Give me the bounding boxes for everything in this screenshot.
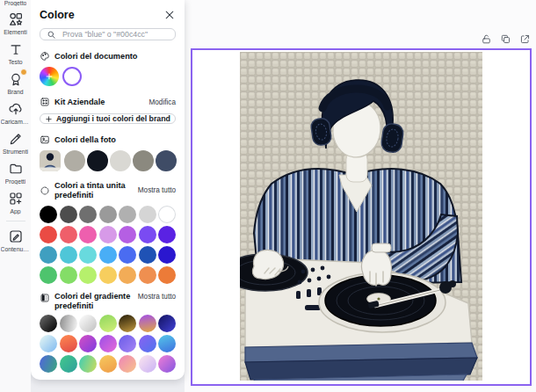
sidebar-item-elementi[interactable]: Elementi	[0, 11, 31, 35]
color-swatch[interactable]	[139, 206, 156, 223]
color-swatch[interactable]	[60, 206, 77, 223]
gradient-swatch[interactable]	[79, 315, 97, 332]
section-title: Colori della foto	[54, 135, 116, 145]
sidebar-item-label: Strumenti	[3, 149, 28, 155]
color-swatch[interactable]	[139, 246, 156, 264]
color-swatch[interactable]	[60, 226, 77, 243]
color-swatch[interactable]	[158, 226, 176, 243]
color-swatch[interactable]	[99, 266, 117, 284]
color-swatch[interactable]	[99, 246, 117, 264]
color-swatch[interactable]	[79, 266, 97, 284]
color-swatch[interactable]	[40, 246, 57, 264]
color-swatch[interactable]	[87, 150, 108, 171]
gradient-swatch[interactable]	[40, 335, 57, 352]
gradient-swatch[interactable]	[99, 355, 117, 373]
gradient-swatch[interactable]	[119, 335, 136, 352]
sidebar-item-progetto[interactable]: Progetto	[0, 0, 31, 6]
photo-source-thumbnail[interactable]	[40, 150, 61, 171]
design-page[interactable]	[191, 48, 532, 386]
color-swatch[interactable]	[119, 226, 136, 243]
gradient-swatch[interactable]	[139, 335, 156, 352]
editor-canvas-area	[185, 0, 536, 392]
color-swatch[interactable]	[99, 226, 117, 243]
gradient-icon	[40, 293, 50, 303]
color-swatch[interactable]	[40, 266, 57, 284]
gradient-swatch[interactable]	[119, 315, 136, 332]
sidebar-item-progetti[interactable]: Progetti	[0, 161, 31, 185]
sidebar-item-label: Progetti	[5, 178, 25, 185]
gradient-swatch[interactable]	[60, 315, 77, 332]
gradient-swatch[interactable]	[158, 315, 176, 332]
color-search-input[interactable]	[61, 29, 169, 40]
lock-icon[interactable]	[481, 33, 492, 45]
plus-icon	[45, 115, 53, 123]
document-color-swatch[interactable]	[62, 67, 82, 86]
show-all-gradient-link[interactable]: Mostra tutto	[138, 293, 176, 301]
photo-colors-row	[40, 150, 176, 171]
gradient-swatch[interactable]	[99, 315, 117, 332]
gradient-swatch[interactable]	[158, 335, 176, 352]
show-all-solid-link[interactable]: Mostra tutto	[138, 186, 176, 194]
color-swatch[interactable]	[40, 226, 57, 243]
color-swatch[interactable]	[64, 150, 85, 171]
color-swatch[interactable]	[79, 246, 97, 264]
gradient-swatch[interactable]	[60, 355, 77, 373]
sidebar-item-label: Caricamenti	[1, 119, 31, 125]
color-swatch[interactable]	[133, 150, 154, 171]
section-brand-kit: Kit Aziendale Modifica	[40, 97, 176, 107]
document-colors-icon	[40, 51, 50, 62]
sidebar-divider	[6, 221, 25, 221]
sidebar-item-app[interactable]: App	[0, 191, 31, 214]
close-icon[interactable]	[163, 9, 176, 21]
sidebar-item-strumenti[interactable]: Strumenti	[0, 131, 31, 155]
color-swatch[interactable]	[158, 246, 176, 264]
color-swatch[interactable]	[156, 150, 177, 171]
color-swatch[interactable]	[60, 266, 77, 284]
section-title: Colori a tinta unita predefiniti	[54, 181, 134, 200]
sidebar-item-caricamenti[interactable]: Caricamenti	[0, 101, 31, 125]
color-swatch[interactable]	[79, 206, 97, 223]
color-swatch[interactable]	[40, 206, 57, 223]
color-swatch[interactable]	[119, 246, 136, 264]
color-swatch[interactable]	[119, 266, 136, 284]
add-brand-colors-button[interactable]: Aggiungi i tuoi colori del brand	[40, 113, 176, 124]
add-color-icon	[40, 67, 59, 86]
add-color-button[interactable]	[40, 67, 59, 86]
gradient-swatch[interactable]	[40, 355, 57, 373]
app-sidebar: Progetto Elementi Testo Brand Caricament…	[0, 0, 31, 392]
gradient-swatch[interactable]	[40, 315, 57, 332]
gradient-swatch[interactable]	[60, 335, 77, 352]
gradient-swatch[interactable]	[79, 335, 97, 352]
color-search-box[interactable]	[40, 28, 176, 40]
gradient-swatch[interactable]	[119, 355, 136, 373]
color-swatch[interactable]	[99, 206, 117, 223]
color-panel: Colore Colori del documento Kit Aziendal…	[31, 0, 185, 380]
color-swatch[interactable]	[60, 246, 77, 264]
section-gradient-colors: Colori del gradiente predefiniti Mostra …	[40, 292, 176, 311]
sidebar-item-contenuti[interactable]: Contenuti …	[0, 229, 31, 252]
section-title: Colori del documento	[54, 52, 137, 62]
gradient-swatch[interactable]	[139, 355, 156, 373]
color-swatch[interactable]	[119, 206, 136, 223]
sidebar-item-label: App	[10, 208, 20, 214]
add-brand-colors-label: Aggiungi i tuoi colori del brand	[56, 114, 170, 123]
color-swatch[interactable]	[79, 226, 97, 243]
dj-quilt-artwork[interactable]	[240, 52, 482, 381]
color-swatch[interactable]	[139, 226, 156, 243]
color-swatch[interactable]	[139, 266, 156, 284]
gradient-swatch[interactable]	[158, 355, 176, 373]
sidebar-item-brand[interactable]: Brand	[0, 71, 31, 95]
color-swatch[interactable]	[110, 150, 131, 171]
edit-brand-kit-link[interactable]: Modifica	[149, 98, 177, 106]
color-swatch[interactable]	[158, 266, 176, 284]
export-icon[interactable]	[519, 33, 531, 45]
gradient-swatch[interactable]	[139, 315, 156, 332]
gradient-swatch[interactable]	[79, 355, 97, 373]
section-title: Kit Aziendale	[54, 98, 105, 107]
gradient-swatch[interactable]	[99, 335, 117, 352]
solid-colors-grid	[40, 206, 176, 284]
duplicate-icon[interactable]	[500, 33, 511, 45]
tools-icon	[8, 131, 24, 147]
sidebar-item-testo[interactable]: Testo	[0, 41, 31, 65]
color-swatch[interactable]	[158, 206, 176, 223]
